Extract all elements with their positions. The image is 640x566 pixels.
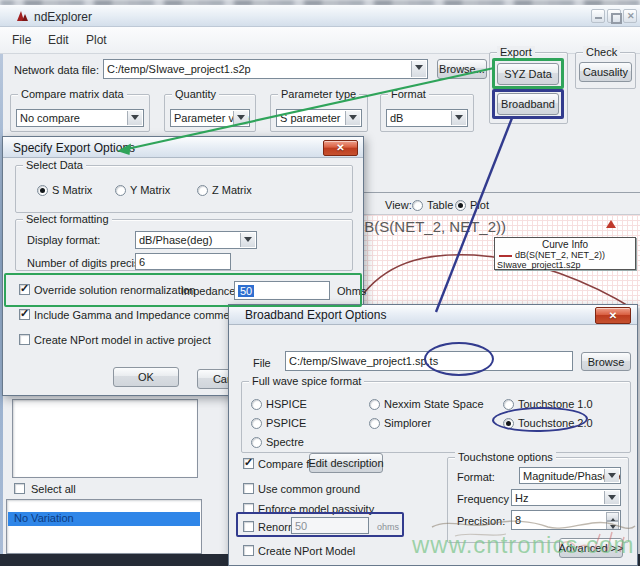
- specify-dialog-titlebar[interactable]: Specify Export Options: [3, 137, 363, 158]
- ts-format-label: Format:: [457, 471, 495, 483]
- browse-broadband-button[interactable]: Browse: [581, 352, 631, 371]
- touchstone20-label: Touchstone 2.0: [518, 417, 593, 429]
- nexxim-radio[interactable]: [369, 399, 380, 410]
- parameter-type-value: S parameter: [280, 112, 341, 124]
- ts-format-combobox[interactable]: Magnitude/Phase(deg): [519, 467, 621, 484]
- minimize-button[interactable]: [591, 9, 605, 23]
- file-value: C:/temp/SIwave_project1.sp.ts: [289, 355, 438, 367]
- select-all-label: Select all: [31, 483, 76, 495]
- create-nport-model-checkbox[interactable]: [243, 545, 254, 556]
- z-matrix-radio[interactable]: [197, 185, 208, 196]
- browse-main-button[interactable]: Browse...: [437, 59, 487, 79]
- view-label: View:: [385, 199, 412, 211]
- port-listbox[interactable]: [12, 399, 198, 478]
- ts-precision-input[interactable]: 8: [511, 510, 621, 530]
- select-formatting-label: Select formatting: [23, 213, 112, 225]
- compare-matrix-label: Compare matrix data: [18, 88, 127, 100]
- maximize-button[interactable]: [607, 9, 621, 23]
- touchstone10-radio[interactable]: [503, 399, 514, 410]
- z-matrix-label: Z Matrix: [212, 184, 252, 196]
- broadband-button[interactable]: Broadband: [497, 93, 559, 115]
- compare-matrix-combobox[interactable]: No compare: [16, 109, 144, 127]
- renormalize-unit: ohms: [377, 522, 399, 532]
- quantity-combobox[interactable]: Parameter values: [170, 109, 250, 127]
- close-icon[interactable]: [323, 140, 358, 156]
- dropdown-arrow-icon[interactable]: [127, 111, 142, 125]
- divider: [362, 192, 640, 193]
- ok-button[interactable]: OK: [113, 367, 179, 387]
- alert-triangle-icon[interactable]: [606, 220, 616, 228]
- dropdown-arrow-icon[interactable]: [240, 233, 255, 247]
- gamma-comments-checkbox[interactable]: [19, 309, 30, 320]
- broadband-dialog-title: Broadband Export Options: [245, 308, 386, 322]
- ohms-label: Ohms: [337, 285, 366, 297]
- format-combobox[interactable]: dB: [386, 109, 468, 127]
- file-input[interactable]: C:/temp/SIwave_project1.sp.ts: [285, 351, 573, 371]
- plot-legend: Curve Info dB(S(NET_2, NET_2)) SIwave_pr…: [494, 237, 636, 270]
- create-nport-active-checkbox[interactable]: [19, 334, 30, 345]
- spin-up-icon[interactable]: [606, 512, 619, 521]
- close-icon[interactable]: [595, 307, 631, 324]
- ndexplorer-window: ndExplorer File Edit Plot Network data f…: [0, 0, 640, 566]
- hspice-label: HSPICE: [266, 398, 307, 410]
- spectre-radio[interactable]: [251, 437, 262, 448]
- variation-listbox[interactable]: No Variation: [6, 499, 202, 554]
- parameter-type-combobox[interactable]: S parameter: [276, 109, 362, 127]
- gamma-comments-label: Include Gamma and Impedance comments: [34, 309, 244, 321]
- dropdown-arrow-icon[interactable]: [411, 61, 426, 77]
- passivity-checkbox[interactable]: [243, 503, 254, 514]
- window-title: ndExplorer: [34, 10, 92, 24]
- common-ground-checkbox[interactable]: [243, 483, 254, 494]
- override-renormalization-checkbox[interactable]: [19, 284, 30, 295]
- dropdown-arrow-icon[interactable]: [604, 469, 619, 482]
- view-table-radio[interactable]: [412, 200, 423, 211]
- curve-swatch-icon: [499, 255, 512, 257]
- touchstone-options-label: Touchstone options: [455, 451, 556, 463]
- quantity-label: Quantity: [172, 88, 219, 100]
- dropdown-arrow-icon[interactable]: [451, 111, 466, 125]
- dropdown-arrow-icon[interactable]: [604, 491, 619, 504]
- hspice-radio[interactable]: [251, 399, 262, 410]
- close-button[interactable]: [623, 9, 637, 23]
- compare-matrix-value: No compare: [20, 112, 80, 124]
- edit-description-button[interactable]: Edit description: [309, 453, 383, 473]
- menu-edit[interactable]: Edit: [48, 33, 69, 47]
- plot-title: dB(S(NET_2, NET_2)): [356, 218, 506, 235]
- causality-button[interactable]: Causality: [579, 62, 632, 82]
- renormalize-checkbox[interactable]: [243, 521, 254, 532]
- legend-curve-label: dB(S(NET_2, NET_2)): [515, 250, 605, 260]
- menu-file[interactable]: File: [12, 33, 31, 47]
- y-matrix-radio[interactable]: [115, 185, 126, 196]
- ts-precision-label: Precision:: [457, 515, 505, 527]
- compare-fit-checkbox[interactable]: [243, 458, 254, 469]
- impedance-label: Impedance:: [181, 285, 238, 297]
- digits-precision-input[interactable]: 6: [135, 253, 231, 270]
- menu-plot[interactable]: Plot: [86, 33, 107, 47]
- simplorer-radio[interactable]: [369, 418, 380, 429]
- pspice-radio[interactable]: [251, 418, 262, 429]
- dropdown-arrow-icon[interactable]: [233, 111, 248, 125]
- frequency-units-combobox[interactable]: Hz: [511, 489, 621, 506]
- renormalize-input[interactable]: 50: [291, 517, 369, 534]
- passivity-label: Enforce model passivity: [258, 503, 374, 515]
- s-matrix-radio[interactable]: [37, 185, 48, 196]
- nexxim-label: Nexxim State Space: [384, 398, 484, 410]
- list-item-no-variation[interactable]: No Variation: [8, 512, 200, 526]
- select-all-checkbox[interactable]: [14, 483, 25, 494]
- create-nport-model-label: Create NPort Model: [258, 545, 355, 557]
- touchstone10-label: Touchstone 1.0: [518, 398, 593, 410]
- dropdown-arrow-icon[interactable]: [345, 111, 360, 125]
- broadband-dialog-titlebar[interactable]: Broadband Export Options: [229, 305, 637, 325]
- display-format-combobox[interactable]: dB/Phase(deg): [135, 231, 257, 249]
- spice-format-label: Full wave spice format: [249, 375, 364, 387]
- select-data-label: Select Data: [23, 159, 86, 171]
- view-plot-radio[interactable]: [455, 200, 466, 211]
- syz-data-button[interactable]: SYZ Data: [497, 63, 559, 85]
- impedance-input[interactable]: 50: [234, 281, 330, 300]
- touchstone20-radio[interactable]: [503, 418, 514, 429]
- menubar: File Edit Plot: [0, 27, 640, 54]
- spin-down-icon[interactable]: [606, 521, 619, 530]
- network-file-combobox[interactable]: C:/temp/SIwave_project1.s2p: [103, 59, 428, 79]
- view-table-label: Table: [427, 199, 453, 211]
- display-format-label: Display format:: [27, 234, 100, 246]
